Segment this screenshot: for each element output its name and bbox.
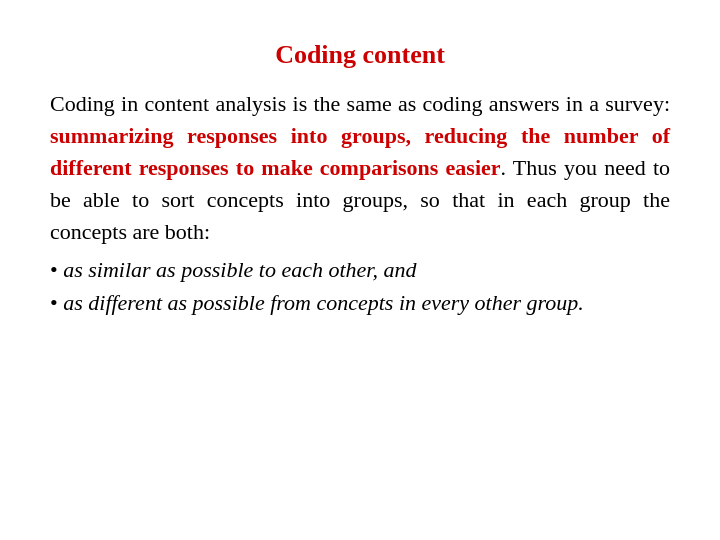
slide-container: Coding content Coding in content analysi… (0, 0, 720, 540)
bullet-1-text: as similar as possible to each other, an… (63, 257, 416, 282)
intro-text: Coding in content analysis is the same a… (50, 91, 670, 116)
slide-title: Coding content (50, 40, 670, 70)
bullet-item-2: as different as possible from concepts i… (50, 286, 670, 319)
bullet-list: as similar as possible to each other, an… (50, 253, 670, 319)
slide-body: Coding in content analysis is the same a… (50, 88, 670, 319)
bullet-2-text: as different as possible from concepts i… (63, 290, 584, 315)
bullet-item-1: as similar as possible to each other, an… (50, 253, 670, 286)
